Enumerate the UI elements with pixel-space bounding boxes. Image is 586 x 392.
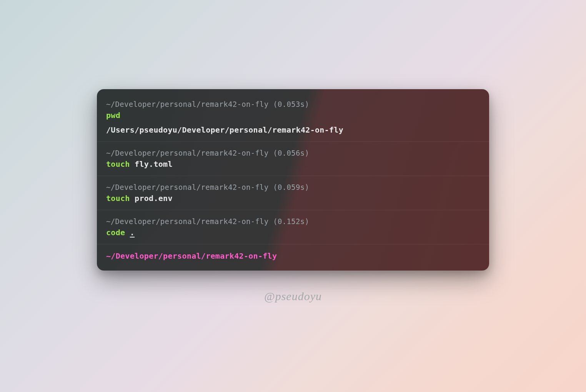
terminal-block: ~/Developer/personal/remark42-on-fly (0.…	[97, 89, 489, 142]
terminal-block-current[interactable]: ~/Developer/personal/remark42-on-fly	[97, 244, 489, 271]
watermark: @pseudoyu	[264, 290, 322, 303]
command-output: /Users/pseudoyu/Developer/personal/remar…	[106, 125, 480, 135]
command-arg: fly.toml	[135, 159, 173, 169]
command-arg: .	[130, 228, 135, 237]
prompt-path: ~/Developer/personal/remark42-on-fly (0.…	[106, 183, 480, 191]
terminal-block: ~/Developer/personal/remark42-on-fly (0.…	[97, 142, 489, 176]
terminal-block: ~/Developer/personal/remark42-on-fly (0.…	[97, 176, 489, 210]
current-prompt: ~/Developer/personal/remark42-on-fly	[106, 251, 480, 261]
terminal-block: ~/Developer/personal/remark42-on-fly (0.…	[97, 210, 489, 244]
command-line: code .	[106, 228, 480, 237]
terminal-window[interactable]: ~/Developer/personal/remark42-on-fly (0.…	[97, 89, 489, 271]
command-line: touch prod.env	[106, 194, 480, 203]
command-keyword: touch	[106, 159, 130, 169]
command-keyword: touch	[106, 194, 130, 203]
command-arg: prod.env	[135, 194, 173, 203]
command-line: pwd	[106, 111, 480, 120]
command-keyword: code	[106, 228, 125, 237]
prompt-path: ~/Developer/personal/remark42-on-fly (0.…	[106, 217, 480, 226]
command-line: touch fly.toml	[106, 159, 480, 169]
command-keyword: pwd	[106, 111, 120, 120]
prompt-path: ~/Developer/personal/remark42-on-fly (0.…	[106, 100, 480, 108]
prompt-path: ~/Developer/personal/remark42-on-fly (0.…	[106, 149, 480, 157]
